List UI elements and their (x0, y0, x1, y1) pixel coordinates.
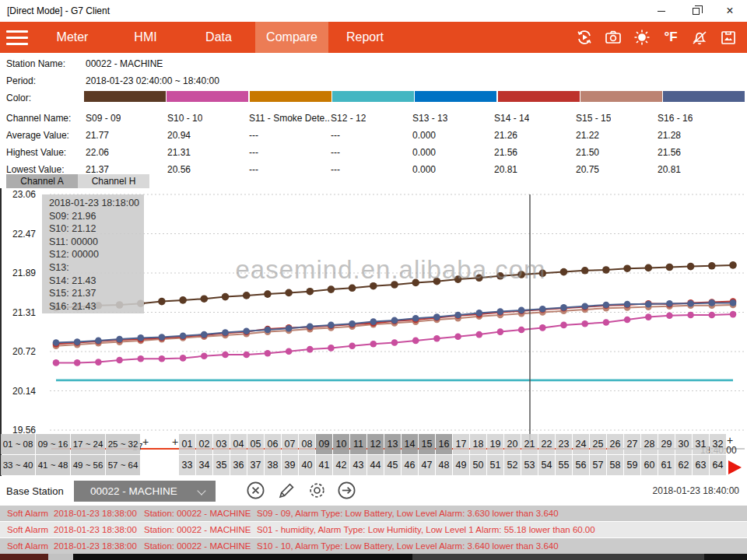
channel-button-19[interactable]: 19 (487, 434, 503, 454)
settings-gear-button[interactable] (307, 480, 328, 501)
channel-button-51[interactable]: 51 (487, 455, 503, 475)
channel-button-33[interactable]: 33 (179, 455, 195, 475)
channel-button-18[interactable]: 18 (470, 434, 486, 454)
nav-item-data[interactable]: Data (182, 22, 255, 53)
channel-button-48[interactable]: 48 (436, 455, 452, 475)
channel-button-59[interactable]: 59 (624, 455, 640, 475)
camera-icon[interactable] (602, 26, 624, 48)
channel-button-12[interactable]: 12 (367, 434, 384, 454)
channel-button-42[interactable]: 42 (333, 455, 349, 475)
restore-button[interactable] (679, 0, 713, 22)
range-button-49~56[interactable]: 49 ~ 56 (71, 455, 105, 475)
edit-pencil-button[interactable] (276, 480, 297, 501)
save-image-icon[interactable] (717, 26, 739, 48)
range-button-25~32[interactable]: 25 ~ 32 (106, 434, 140, 454)
channel-button-04[interactable]: 04 (230, 434, 247, 454)
channel-button-03[interactable]: 03 (213, 434, 230, 454)
channel-button-53[interactable]: 53 (521, 455, 538, 475)
apply-go-button[interactable] (336, 480, 357, 501)
channel-button-30[interactable]: 30 (675, 434, 692, 454)
channel-button-28[interactable]: 28 (641, 434, 658, 454)
range-button-33~40[interactable]: 33 ~ 40 (1, 455, 35, 475)
channel-button-57[interactable]: 57 (590, 455, 606, 475)
channel-button-46[interactable]: 46 (402, 455, 418, 475)
channel-button-26[interactable]: 26 (607, 434, 623, 454)
trend-chart[interactable]: 23.0622.4721.8921.3120.7220.1419.56 ease… (0, 188, 747, 476)
channel-button-08[interactable]: 08 (299, 434, 315, 454)
channel-button-06[interactable]: 06 (265, 434, 281, 454)
channel-button-27[interactable]: 27 (624, 434, 640, 454)
range-button-41~48[interactable]: 41 ~ 48 (36, 455, 70, 475)
sync-play-icon[interactable] (573, 26, 595, 48)
zoom-plus-button-0[interactable]: + (142, 436, 149, 448)
alarm-row-3[interactable]: Soft Alarm2018-01-23 18:38:00Station: 00… (0, 538, 747, 554)
channel-button-24[interactable]: 24 (573, 434, 589, 454)
channel-button-56[interactable]: 56 (573, 455, 589, 475)
channel-button-44[interactable]: 44 (367, 455, 384, 475)
channel-button-34[interactable]: 34 (196, 455, 212, 475)
channel-button-63[interactable]: 63 (693, 455, 709, 475)
channel-button-21[interactable]: 21 (521, 434, 538, 454)
zoom-plus-button-1[interactable]: + (172, 436, 178, 448)
channel-button-23[interactable]: 23 (556, 434, 572, 454)
tab-channel-a[interactable]: Channel A (6, 174, 78, 188)
channel-button-58[interactable]: 58 (607, 455, 623, 475)
range-button-09~16[interactable]: 09 ~ 16 (36, 434, 70, 454)
nav-item-compare[interactable]: Compare (255, 22, 328, 53)
channel-button-17[interactable]: 17 (453, 434, 469, 454)
channel-button-62[interactable]: 62 (675, 455, 692, 475)
channel-button-37[interactable]: 37 (247, 455, 264, 475)
brightness-sun-icon[interactable] (631, 26, 653, 48)
channel-button-11[interactable]: 11 (350, 434, 366, 454)
alarm-row-1[interactable]: Soft Alarm2018-01-23 18:38:00Station: 00… (0, 506, 747, 521)
channel-button-01[interactable]: 01 (179, 434, 195, 454)
nav-item-meter[interactable]: Meter (36, 22, 109, 53)
clear-button[interactable] (245, 480, 266, 501)
nav-item-report[interactable]: Report (328, 22, 402, 53)
channel-button-31[interactable]: 31 (693, 434, 709, 454)
channel-button-14[interactable]: 14 (402, 434, 418, 454)
channel-button-29[interactable]: 29 (658, 434, 675, 454)
hamburger-menu-icon[interactable] (0, 22, 36, 53)
channel-button-49[interactable]: 49 (453, 455, 469, 475)
channel-button-32[interactable]: 32 (710, 434, 726, 454)
range-button-17~24[interactable]: 17 ~ 24 (71, 434, 105, 454)
channel-button-50[interactable]: 50 (470, 455, 486, 475)
channel-button-61[interactable]: 61 (658, 455, 675, 475)
fahrenheit-toggle-icon[interactable]: °F (660, 26, 682, 48)
tab-channel-h[interactable]: Channel H (78, 174, 149, 188)
channel-button-05[interactable]: 05 (247, 434, 264, 454)
channel-button-39[interactable]: 39 (282, 455, 298, 475)
channel-button-25[interactable]: 25 (590, 434, 606, 454)
next-page-arrow[interactable] (728, 460, 742, 474)
channel-button-55[interactable]: 55 (556, 455, 572, 475)
alarm-mute-bell-icon[interactable] (689, 26, 710, 48)
channel-button-36[interactable]: 36 (230, 455, 247, 475)
channel-button-15[interactable]: 15 (419, 434, 435, 454)
channel-button-40[interactable]: 40 (299, 455, 315, 475)
channel-button-60[interactable]: 60 (641, 455, 658, 475)
channel-button-22[interactable]: 22 (538, 434, 555, 454)
nav-item-hmi[interactable]: HMI (109, 22, 182, 53)
minimize-button[interactable] (644, 0, 679, 22)
channel-button-10[interactable]: 10 (333, 434, 349, 454)
range-button-57~64[interactable]: 57 ~ 64 (106, 455, 140, 475)
channel-button-38[interactable]: 38 (265, 455, 281, 475)
channel-button-64[interactable]: 64 (710, 455, 726, 475)
channel-button-07[interactable]: 07 (282, 434, 298, 454)
channel-button-54[interactable]: 54 (538, 455, 555, 475)
channel-button-41[interactable]: 41 (316, 455, 332, 475)
range-button-01~08[interactable]: 01 ~ 08 (1, 434, 35, 454)
channel-button-16[interactable]: 16 (436, 434, 452, 454)
alarm-row-2[interactable]: Soft Alarm2018-01-23 18:38:00Station: 00… (0, 522, 747, 537)
channel-button-02[interactable]: 02 (196, 434, 212, 454)
close-button[interactable]: × (713, 0, 747, 22)
channel-button-13[interactable]: 13 (384, 434, 401, 454)
channel-button-45[interactable]: 45 (384, 455, 401, 475)
channel-button-35[interactable]: 35 (213, 455, 230, 475)
base-station-dropdown[interactable]: 00022 - MACHINE (74, 481, 216, 502)
channel-button-09[interactable]: 09 (316, 434, 332, 454)
channel-button-52[interactable]: 52 (504, 455, 521, 475)
channel-button-47[interactable]: 47 (419, 455, 435, 475)
channel-button-43[interactable]: 43 (350, 455, 366, 475)
